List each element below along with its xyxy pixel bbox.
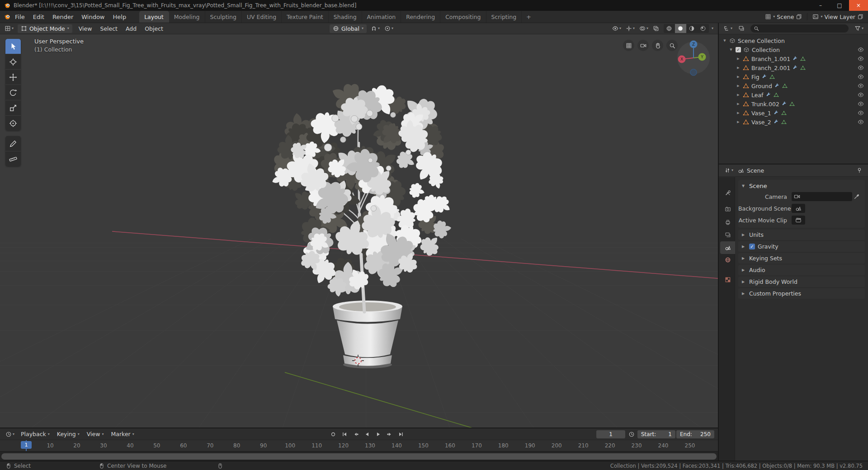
expand-icon[interactable]: ▶ — [736, 102, 741, 106]
play-button[interactable] — [373, 430, 383, 439]
pan-view-button[interactable] — [652, 40, 663, 51]
workspace-tab[interactable]: UV Editing — [242, 11, 282, 23]
workspace-tab[interactable]: Texture Paint — [282, 11, 329, 23]
movie-clip-field[interactable] — [792, 216, 805, 225]
viewport-menu-item[interactable]: Select — [96, 25, 122, 32]
current-frame-field[interactable]: 1 — [596, 430, 625, 438]
viewport-menu-item[interactable]: Object — [141, 25, 167, 32]
hide-eye-icon[interactable] — [858, 47, 864, 53]
menu-item[interactable]: Window — [77, 11, 108, 23]
viewport-menu-item[interactable]: Add — [122, 25, 141, 32]
previous-keyframe-button[interactable] — [350, 430, 361, 439]
object-name[interactable]: Vase_2 — [751, 119, 771, 126]
object-name[interactable]: Branch_1.001 — [751, 56, 790, 62]
workspace-tab[interactable]: Shading — [329, 11, 362, 23]
shading-solid-button[interactable] — [675, 24, 686, 33]
scene-panel-header[interactable]: ▼ Scene — [738, 181, 865, 191]
blender-menu-icon[interactable] — [4, 13, 11, 20]
properties-panel-header[interactable]: ▶ ✓ Units — [738, 230, 865, 240]
workspace-tab[interactable]: Sculpting — [205, 11, 242, 23]
background-scene-field[interactable] — [792, 204, 805, 213]
outliner-collection-row[interactable]: ▼ ✓ Collection — [719, 45, 868, 54]
scene-selector[interactable]: ▾ Scene — [765, 14, 802, 20]
collapse-icon[interactable]: ▼ — [722, 39, 727, 42]
expand-icon[interactable]: ▶ — [736, 75, 741, 79]
timeline-menu-item[interactable]: View▾ — [83, 431, 108, 437]
outliner-object-row[interactable]: ▶ Ground — [719, 81, 868, 90]
tab-tool[interactable] — [720, 187, 735, 199]
view-layer-selector[interactable]: ▾ View Layer — [812, 14, 863, 20]
workspace-tab[interactable]: Rendering — [401, 11, 440, 23]
workspace-tab[interactable]: Scripting — [486, 11, 522, 23]
camera-field[interactable] — [792, 192, 852, 201]
add-workspace-button[interactable]: + — [522, 11, 536, 23]
jump-to-start-button[interactable] — [339, 430, 349, 439]
timeline-scrollbar[interactable] — [0, 451, 718, 461]
proportional-edit-dropdown[interactable]: ▾ — [382, 24, 395, 33]
timeline-menu-item[interactable]: Keying▾ — [53, 431, 83, 437]
shading-material-button[interactable] — [686, 24, 698, 33]
collection-name[interactable]: Collection — [752, 47, 780, 53]
auto-key-button[interactable] — [328, 430, 338, 439]
view-layer-name[interactable]: View Layer — [825, 14, 856, 20]
zoom-view-button[interactable] — [666, 40, 678, 51]
xray-toggle[interactable] — [651, 24, 661, 33]
viewport-menu-item[interactable]: View — [75, 25, 96, 32]
expand-icon[interactable]: ▶ — [736, 111, 741, 115]
pin-button[interactable] — [854, 166, 864, 174]
tool-scale[interactable] — [5, 100, 21, 115]
outliner-object-row[interactable]: ▶ Fig — [719, 72, 868, 81]
tab-view-layer[interactable] — [720, 229, 735, 241]
frame-end-field[interactable]: End:250 — [676, 430, 714, 438]
eyedropper-button[interactable] — [852, 193, 861, 200]
properties-panel-header[interactable]: ▶ ✓ Custom Properties — [738, 288, 865, 299]
mode-dropdown[interactable]: Object Mode ▾ — [18, 24, 72, 33]
maximize-button[interactable]: □ — [830, 0, 849, 11]
display-mode-dropdown[interactable] — [736, 24, 746, 33]
hide-eye-icon[interactable] — [858, 92, 864, 98]
expand-icon[interactable]: ▶ — [736, 66, 741, 70]
tool-3d-cursor[interactable] — [5, 54, 21, 69]
frame-start-field[interactable]: Start:1 — [637, 430, 675, 438]
tab-world[interactable] — [720, 254, 735, 266]
next-keyframe-button[interactable] — [384, 430, 395, 439]
menu-item[interactable]: Render — [48, 11, 77, 23]
tab-render[interactable] — [720, 203, 735, 216]
panel-checkbox[interactable]: ✓ — [749, 244, 755, 249]
tool-transform[interactable] — [5, 116, 21, 131]
transform-orientation-dropdown[interactable]: Global ▾ — [330, 24, 367, 33]
workspace-tab[interactable]: Animation — [362, 11, 401, 23]
properties-panel-header[interactable]: ▶ ✓ Audio — [738, 265, 865, 275]
menu-item[interactable]: Help — [109, 11, 131, 23]
viewport-3d[interactable]: XYZ User Perspective (1) Collection — [0, 34, 718, 428]
outliner-object-row[interactable]: ▶ Branch_1.001 — [719, 54, 868, 63]
tool-select-box[interactable] — [5, 39, 21, 54]
filter-dropdown[interactable]: ▾ — [853, 24, 865, 33]
tab-scene[interactable] — [720, 241, 735, 254]
object-name[interactable]: Fig — [751, 74, 760, 80]
outliner-object-row[interactable]: ▶ Vase_2 — [719, 118, 868, 127]
expand-icon[interactable]: ▶ — [736, 57, 741, 61]
scene-name[interactable]: Scene — [777, 14, 794, 20]
outliner-object-row[interactable]: ▶ Branch_2.001 — [719, 63, 868, 72]
workspace-tab[interactable]: Modeling — [169, 11, 205, 23]
playhead-frame-badge[interactable]: 1 — [21, 441, 32, 449]
outliner-search[interactable] — [750, 24, 849, 33]
menu-item[interactable]: File — [11, 11, 29, 23]
scene-collection-name[interactable]: Scene Collection — [738, 38, 785, 44]
properties-panel-header[interactable]: ▶ ✓ Gravity — [738, 241, 865, 252]
hide-eye-icon[interactable] — [858, 65, 864, 71]
hide-eye-icon[interactable] — [858, 74, 864, 80]
play-reverse-button[interactable] — [362, 430, 372, 439]
menu-item[interactable]: Edit — [29, 11, 48, 23]
workspace-tab[interactable]: Layout — [139, 11, 169, 23]
shading-wireframe-button[interactable] — [664, 24, 675, 33]
minimize-button[interactable]: – — [811, 0, 830, 11]
hide-eye-icon[interactable] — [858, 110, 864, 116]
preview-range-button[interactable] — [626, 430, 637, 439]
properties-panel-header[interactable]: ▶ ✓ Rigid Body World — [738, 277, 865, 287]
new-scene-icon[interactable] — [796, 14, 802, 20]
visibility-dropdown[interactable]: ▾ — [610, 24, 623, 33]
timeline-menu-item[interactable]: Marker▾ — [108, 431, 138, 437]
object-name[interactable]: Branch_2.001 — [751, 65, 790, 71]
